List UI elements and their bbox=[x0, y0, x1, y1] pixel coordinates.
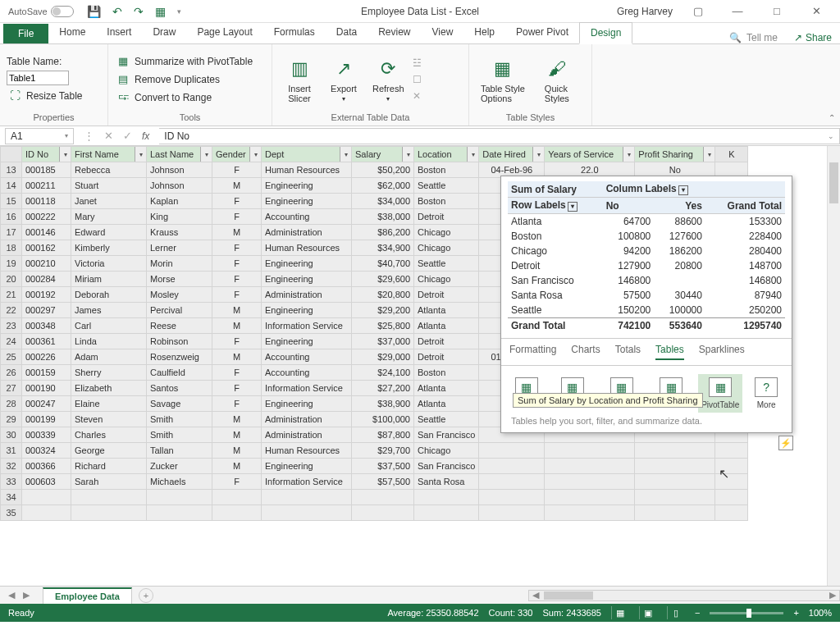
collapse-ribbon-icon[interactable]: ⌃ bbox=[829, 113, 835, 122]
cell[interactable]: Seattle bbox=[414, 256, 479, 272]
cell[interactable] bbox=[715, 443, 748, 459]
tab-file[interactable]: File bbox=[3, 24, 48, 43]
cell[interactable]: Chicago bbox=[414, 240, 479, 256]
redo-icon[interactable]: ↷ bbox=[134, 5, 144, 18]
cell[interactable]: $29,000 bbox=[352, 349, 414, 365]
cell[interactable]: $38,000 bbox=[352, 209, 414, 225]
cell[interactable]: M bbox=[212, 178, 262, 194]
col-header[interactable]: Gender▾ bbox=[212, 147, 262, 162]
cell[interactable]: F bbox=[212, 334, 262, 349]
cell[interactable]: Caulfield bbox=[147, 365, 212, 381]
cell[interactable]: Lerner bbox=[147, 240, 212, 256]
cell[interactable]: M bbox=[212, 318, 262, 334]
cell[interactable]: Detroit bbox=[414, 334, 479, 349]
filter-icon[interactable]: ▾ bbox=[135, 147, 146, 162]
cell[interactable]: 000185 bbox=[22, 162, 71, 178]
minimize-icon[interactable]: — bbox=[724, 5, 751, 17]
cell[interactable]: Robinson bbox=[147, 334, 212, 349]
cell[interactable]: Zucker bbox=[147, 459, 212, 474]
summarize-pivot-button[interactable]: ▦Summarize with PivotTable bbox=[115, 54, 254, 69]
cell[interactable]: Detroit bbox=[414, 287, 479, 303]
row-header[interactable]: 13 bbox=[1, 162, 22, 178]
cell[interactable]: M bbox=[212, 427, 262, 443]
cell[interactable] bbox=[212, 505, 262, 521]
cell[interactable]: Administration bbox=[262, 427, 352, 443]
sheet-prev-icon[interactable]: ◀ bbox=[8, 590, 15, 600]
zoom-out-icon[interactable]: − bbox=[695, 608, 700, 618]
cell[interactable] bbox=[262, 505, 352, 521]
cell[interactable]: $37,500 bbox=[352, 459, 414, 474]
vertical-scrollbar[interactable] bbox=[827, 146, 840, 586]
zoom-level[interactable]: 100% bbox=[809, 608, 832, 618]
row-header[interactable]: 17 bbox=[1, 225, 22, 240]
cell[interactable]: 000159 bbox=[22, 365, 71, 381]
cell[interactable]: Savage bbox=[147, 396, 212, 412]
cell[interactable]: M bbox=[212, 443, 262, 459]
cell[interactable]: 000192 bbox=[22, 287, 71, 303]
tab-view[interactable]: View bbox=[422, 22, 464, 43]
cell[interactable]: $34,000 bbox=[352, 194, 414, 209]
row-header[interactable]: 32 bbox=[1, 459, 22, 474]
cell[interactable]: Information Service bbox=[262, 318, 352, 334]
tab-insert[interactable]: Insert bbox=[96, 22, 142, 43]
col-header[interactable]: Last Name▾ bbox=[147, 147, 212, 162]
accept-icon[interactable]: ✓ bbox=[123, 130, 132, 142]
cell[interactable]: Edward bbox=[71, 225, 147, 240]
tab-draw[interactable]: Draw bbox=[142, 22, 186, 43]
cell[interactable]: $50,200 bbox=[352, 162, 414, 178]
cell[interactable]: Boston bbox=[414, 162, 479, 178]
cell[interactable]: 000348 bbox=[22, 318, 71, 334]
filter-icon[interactable]: ▾ bbox=[340, 147, 351, 162]
cell[interactable]: 000211 bbox=[22, 178, 71, 194]
zoom-slider[interactable] bbox=[710, 612, 783, 614]
cell[interactable] bbox=[414, 490, 479, 505]
cell[interactable]: $34,900 bbox=[352, 240, 414, 256]
cell[interactable]: Engineering bbox=[262, 194, 352, 209]
cell[interactable]: $40,700 bbox=[352, 256, 414, 272]
quick-styles-button[interactable]: 🖌Quick Styles bbox=[536, 54, 578, 105]
cell[interactable]: 000324 bbox=[22, 443, 71, 459]
cell[interactable]: Morse bbox=[147, 272, 212, 287]
cell[interactable]: Accounting bbox=[262, 349, 352, 365]
view-break-icon[interactable]: ▯ bbox=[667, 606, 685, 619]
cell[interactable]: Victoria bbox=[71, 256, 147, 272]
cell[interactable]: 000297 bbox=[22, 303, 71, 318]
cell[interactable]: Detroit bbox=[414, 209, 479, 225]
filter-icon[interactable]: ▾ bbox=[467, 147, 478, 162]
col-header[interactable]: K bbox=[715, 147, 748, 162]
cell[interactable]: F bbox=[212, 194, 262, 209]
cell[interactable]: Detroit bbox=[414, 349, 479, 365]
cell[interactable]: Carl bbox=[71, 318, 147, 334]
cell[interactable]: M bbox=[212, 225, 262, 240]
row-header[interactable]: 29 bbox=[1, 412, 22, 427]
cell[interactable]: Santa Rosa bbox=[414, 474, 479, 490]
cell[interactable] bbox=[635, 474, 715, 490]
cell[interactable]: Accounting bbox=[262, 209, 352, 225]
tab-formulas[interactable]: Formulas bbox=[263, 22, 326, 43]
tab-page-layout[interactable]: Page Layout bbox=[186, 22, 262, 43]
qa-option-pivottable-4[interactable]: ▦PivotTable bbox=[698, 374, 742, 413]
cell[interactable]: Seattle bbox=[414, 178, 479, 194]
cell[interactable]: F bbox=[212, 240, 262, 256]
row-header[interactable]: 20 bbox=[1, 272, 22, 287]
col-header[interactable]: Salary▾ bbox=[352, 147, 414, 162]
cell[interactable] bbox=[479, 474, 545, 490]
cell[interactable] bbox=[147, 505, 212, 521]
sheet-tab-active[interactable]: Employee Data bbox=[43, 587, 132, 604]
cell[interactable] bbox=[212, 490, 262, 505]
cell[interactable]: George bbox=[71, 443, 147, 459]
cell[interactable] bbox=[479, 505, 545, 521]
cell[interactable]: Human Resources bbox=[262, 443, 352, 459]
cell[interactable]: 000603 bbox=[22, 474, 71, 490]
cell[interactable]: Percival bbox=[147, 303, 212, 318]
cell[interactable]: Miriam bbox=[71, 272, 147, 287]
resize-table-button[interactable]: ⛶ Resize Table bbox=[7, 89, 84, 103]
cell[interactable]: Chicago bbox=[414, 443, 479, 459]
cell[interactable] bbox=[479, 490, 545, 505]
cell[interactable]: Santos bbox=[147, 381, 212, 396]
cell[interactable]: Human Resources bbox=[262, 162, 352, 178]
row-header[interactable]: 24 bbox=[1, 334, 22, 349]
cell[interactable]: Seattle bbox=[414, 412, 479, 427]
cell[interactable]: Tallan bbox=[147, 443, 212, 459]
cell[interactable]: Johnson bbox=[147, 162, 212, 178]
